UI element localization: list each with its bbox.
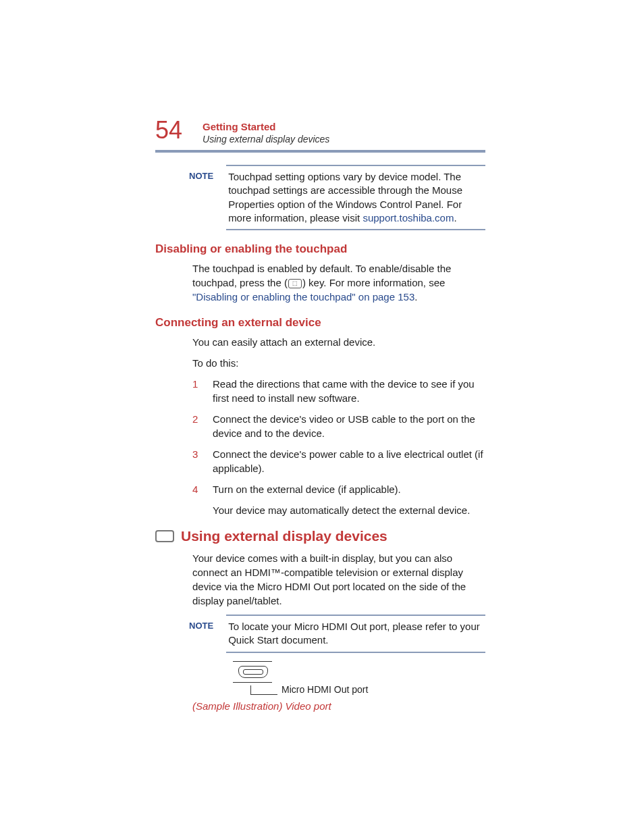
cross-ref-link[interactable]: "Disabling or enabling the touchpad" on … <box>192 291 414 303</box>
list-item: 1 Read the directions that came with the… <box>192 377 485 405</box>
main-heading-row: Using external display devices <box>155 528 485 544</box>
support-link[interactable]: support.toshiba.com <box>363 212 454 224</box>
step-number: 4 <box>192 482 213 496</box>
step-number: 3 <box>192 447 213 475</box>
touchpad-paragraph: The touchpad is enabled by default. To e… <box>192 261 485 304</box>
note2-rule-top <box>226 615 485 616</box>
list-item: 2 Connect the device's video or USB cabl… <box>192 412 485 440</box>
steps-after-text: Your device may automatically detect the… <box>213 503 485 517</box>
heading-disabling-touchpad: Disabling or enabling the touchpad <box>155 242 485 256</box>
section-subtitle: Using external display devices <box>203 134 329 145</box>
hdmi-port-drawing <box>233 661 273 683</box>
step-text: Read the directions that came with the d… <box>213 377 485 405</box>
note-text: To locate your Micro HDMI Out port, plea… <box>228 620 485 648</box>
note-text: Touchpad setting options vary by device … <box>228 170 485 225</box>
step-text: Connect the device's power cable to a li… <box>213 447 485 475</box>
list-item: 4 Turn on the external device (if applic… <box>192 482 485 496</box>
page-number: 54 <box>155 118 182 142</box>
note-label: NOTE <box>189 620 213 631</box>
note-block-hdmi: NOTE To locate your Micro HDMI Out port,… <box>189 620 485 648</box>
touchpad-key-icon: ⬚ <box>288 279 302 288</box>
monitor-icon <box>155 530 174 542</box>
heading-external-display: Using external display devices <box>181 528 387 544</box>
step-number: 2 <box>192 412 213 440</box>
list-item: 3 Connect the device's power cable to a … <box>192 447 485 475</box>
heading-connecting-device: Connecting an external device <box>155 316 485 330</box>
step-text: Connect the device's video or USB cable … <box>213 412 485 440</box>
step-number: 1 <box>192 377 213 405</box>
connect-intro2: To do this: <box>192 356 485 370</box>
callout-line <box>250 685 277 695</box>
note-label: NOTE <box>189 170 213 181</box>
note-rule-top <box>226 165 485 166</box>
steps-list: 1 Read the directions that came with the… <box>192 377 485 496</box>
step-text: Turn on the external device (if applicab… <box>213 482 485 496</box>
note2-rule-bottom <box>226 652 485 653</box>
callout-label: Micro HDMI Out port <box>281 684 368 695</box>
connect-intro1: You can easily attach an external device… <box>192 335 485 349</box>
note-rule-bottom <box>226 229 485 230</box>
header-rule <box>155 150 485 153</box>
chapter-title: Getting Started <box>203 121 329 132</box>
hdmi-illustration: Micro HDMI Out port <box>226 661 485 695</box>
illustration-caption: (Sample Illustration) Video port <box>192 700 485 712</box>
external-display-body: Your device comes with a built-in displa… <box>192 551 485 608</box>
note-block-touchpad: NOTE Touchpad setting options vary by de… <box>189 170 485 225</box>
page-header: 54 Getting Started Using external displa… <box>155 118 485 145</box>
